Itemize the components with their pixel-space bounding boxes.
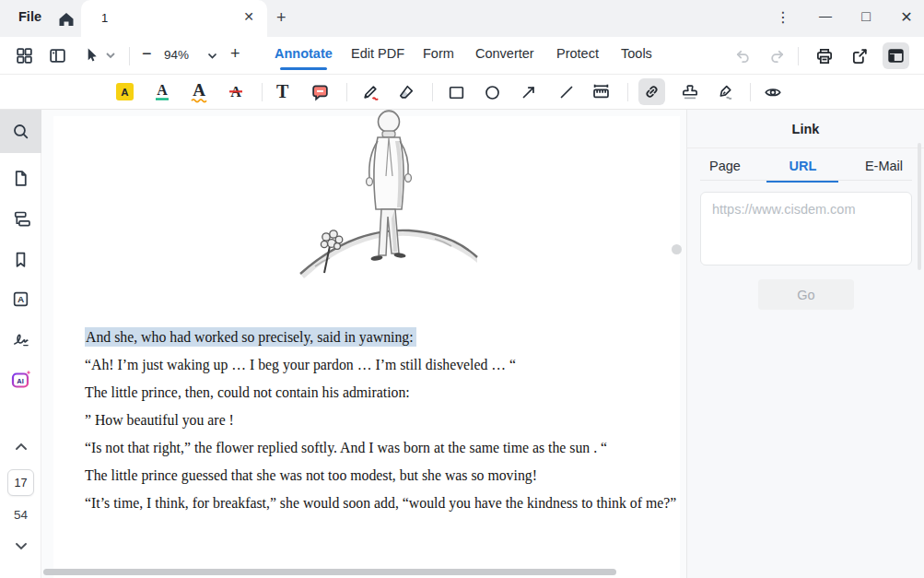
preview-eye-tool[interactable] (763, 82, 783, 102)
new-tab-button[interactable]: + (276, 8, 287, 28)
undo-icon[interactable] (733, 47, 752, 65)
underline-tool[interactable]: A (151, 81, 173, 103)
tab-annotate[interactable]: Annotate (275, 46, 333, 61)
sidebar-item-annotations[interactable]: A (0, 278, 41, 319)
svg-text:A: A (18, 294, 24, 304)
url-input[interactable] (700, 192, 912, 265)
go-button[interactable]: Go (758, 279, 854, 310)
tab-url[interactable]: URL (783, 155, 822, 183)
arrow-tool[interactable] (519, 82, 539, 102)
stamp-tool[interactable] (680, 82, 700, 102)
svg-text:A: A (157, 82, 168, 98)
chevron-up-icon (14, 442, 29, 452)
divider (627, 83, 628, 101)
page-icon (11, 169, 30, 188)
link-icon (638, 82, 665, 101)
measure-tool[interactable] (591, 81, 612, 102)
page-up-button[interactable] (0, 434, 41, 458)
page-down-button[interactable] (0, 534, 41, 558)
signature-tool[interactable] (715, 82, 735, 102)
tab-converter[interactable]: Converter (475, 46, 534, 61)
search-icon (11, 122, 30, 141)
sidebar-item-ai-assistant[interactable]: AI (0, 360, 41, 400)
main-toolbar: − 94% + Annotate Edit PDF Form Converter… (0, 37, 924, 75)
panel-toggle-button[interactable] (883, 42, 909, 69)
sidebar-item-outline[interactable] (0, 198, 41, 239)
current-page-input[interactable]: 17 (7, 469, 34, 496)
document-text[interactable]: And she, who had worked so precisely, sa… (85, 327, 685, 521)
window-close-button[interactable]: ✕ (896, 8, 917, 26)
svg-text:A: A (193, 80, 205, 100)
link-tool[interactable] (638, 78, 665, 105)
tab-email[interactable]: E-Mail (860, 155, 908, 183)
divider (346, 83, 347, 101)
chevron-down-icon (14, 541, 29, 551)
divider (262, 83, 263, 101)
selected-text[interactable]: And she, who had worked so precisely, sa… (85, 327, 416, 347)
sidebar-item-signature[interactable] (0, 319, 41, 360)
paragraph[interactable]: “Is not that right,” the flower replied … (85, 438, 685, 458)
ellipse-tool[interactable] (483, 83, 502, 102)
home-icon (55, 8, 77, 30)
pencil-tool[interactable] (360, 81, 381, 102)
home-button[interactable] (55, 8, 77, 30)
letter-a-box-icon: A (11, 289, 30, 309)
paragraph[interactable]: The little prince guessed that she was n… (85, 466, 685, 486)
paragraph[interactable]: “Ah! I’m just waking up … I beg your par… (85, 355, 685, 375)
export-icon[interactable] (849, 46, 870, 66)
sidebar-item-bookmarks[interactable] (0, 239, 41, 279)
highlight-tool[interactable]: A (116, 83, 134, 100)
comment-tool[interactable] (310, 82, 331, 103)
cursor-dropdown-icon[interactable] (105, 52, 116, 60)
window-minimize-button[interactable]: — (815, 8, 836, 23)
panel-title: Link (687, 122, 924, 136)
left-sidebar: A AI (0, 110, 41, 578)
squiggly-underline-tool[interactable]: A (187, 79, 211, 104)
annotate-toolbar: A A A A T (0, 75, 924, 110)
paragraph[interactable]: The little prince, then, could not conta… (85, 383, 685, 403)
paragraph: And she, who had worked so precisely, sa… (85, 327, 685, 348)
divider (798, 47, 799, 65)
horizontal-scrollbar[interactable] (43, 569, 616, 575)
zoom-in-button[interactable]: + (230, 44, 240, 64)
document-viewport: And she, who had worked so precisely, sa… (41, 110, 686, 578)
divider (432, 83, 433, 101)
print-icon[interactable] (814, 46, 835, 66)
rectangle-tool[interactable] (447, 83, 466, 102)
document-tab[interactable]: 1 ✕ (81, 0, 267, 37)
line-tool[interactable] (556, 82, 577, 102)
tab-page[interactable]: Page (704, 155, 746, 183)
select-cursor-tool[interactable] (81, 45, 101, 65)
grid-view-icon[interactable] (15, 46, 34, 65)
panel-resize-handle[interactable] (672, 244, 682, 254)
tab-form[interactable]: Form (423, 46, 454, 61)
panel-scrollbar[interactable] (918, 143, 921, 270)
link-panel: Link Page URL E-Mail Go (686, 110, 924, 578)
zoom-out-button[interactable]: − (142, 44, 152, 64)
paragraph[interactable]: ” How beautiful you are ! (85, 410, 685, 431)
text-tool[interactable]: T (276, 81, 288, 102)
sidebar-item-thumbnails[interactable] (0, 158, 41, 198)
document-tab-title: 1 (101, 11, 108, 25)
divider (687, 147, 924, 148)
window-maximize-button[interactable]: □ (856, 8, 876, 25)
redo-icon[interactable] (768, 47, 787, 65)
titlebar: File 1 ✕ + ⋮ — □ ✕ (0, 0, 924, 37)
sidebar-item-search[interactable] (0, 110, 41, 153)
divider (750, 83, 751, 101)
tab-tools[interactable]: Tools (621, 46, 652, 61)
menu-kebab-icon[interactable]: ⋮ (773, 8, 793, 26)
strikeout-tool[interactable]: A (225, 81, 247, 103)
link-type-tabs: Page URL E-Mail (704, 155, 908, 183)
tab-close-icon[interactable]: ✕ (243, 9, 254, 24)
tab-edit-pdf[interactable]: Edit PDF (351, 46, 404, 61)
tab-protect[interactable]: Protect (556, 46, 599, 61)
zoom-dropdown-icon[interactable] (206, 52, 218, 61)
paragraph[interactable]: “It’s time, I think, for breakfast,” she… (85, 493, 685, 513)
file-menu[interactable]: File (18, 9, 41, 24)
total-pages-label: 54 (0, 508, 41, 522)
divider (129, 47, 130, 65)
svg-text:AI: AI (17, 377, 24, 385)
split-view-icon[interactable] (48, 46, 67, 65)
eraser-tool[interactable] (396, 82, 416, 102)
